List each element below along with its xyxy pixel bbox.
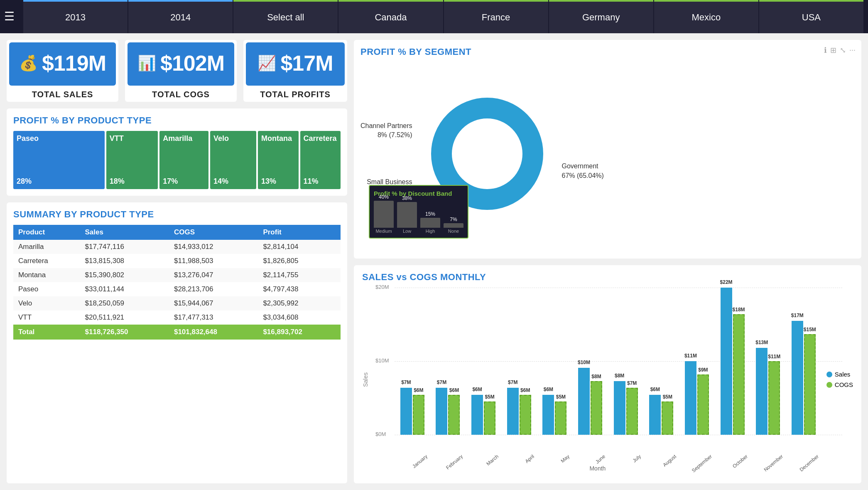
month-label-august: August xyxy=(655,453,677,474)
bar-cogs: $7M xyxy=(626,388,638,435)
tab-usa[interactable]: USA xyxy=(759,0,863,33)
total-profits-value: $17M xyxy=(280,51,333,76)
table-row: Amarilla $17,747,116 $14,933,012 $2,814,… xyxy=(13,240,341,254)
month-group-august: $6M$5M xyxy=(649,288,673,435)
tab-canada[interactable]: Canada xyxy=(338,0,443,33)
table-row: VTT $20,511,921 $17,477,313 $3,034,608 xyxy=(13,310,341,325)
month-group-march: $6M$5M xyxy=(471,288,495,435)
profit-product-panel: PROFIT % BY PRODUCT TYPE Paseo 28% VTT 1… xyxy=(7,108,347,196)
total-sales-label: TOTAL SALES xyxy=(9,87,116,102)
bar-cogs: $5M xyxy=(484,401,495,435)
tab-france[interactable]: France xyxy=(444,0,548,33)
government-label: Government 67% (65.04%) xyxy=(562,162,604,180)
main-content: 💰 $119M TOTAL SALES 📊 $102M TOTAL COGS xyxy=(0,33,868,490)
total-sales-value: $119M xyxy=(42,51,106,76)
total-cogs-label: TOTAL COGS xyxy=(128,87,234,102)
bar-cogs: $8M xyxy=(591,381,602,435)
tab-mexico[interactable]: Mexico xyxy=(654,0,758,33)
kpi-total-profits: 📈 $17M TOTAL PROFITS xyxy=(243,40,347,102)
nav-tabs: 2013 2014 Select all Canada France Germa… xyxy=(23,0,864,33)
product-bar-velo: Velo 14% xyxy=(210,131,256,189)
summary-table: Product Sales COGS Profit Amarilla $17,7… xyxy=(13,225,341,340)
tab-select-all[interactable]: Select all xyxy=(233,0,338,33)
bar-sales: $17M xyxy=(792,321,803,435)
tab-germany[interactable]: Germany xyxy=(549,0,653,33)
left-column: 💰 $119M TOTAL SALES 📊 $102M TOTAL COGS xyxy=(7,40,347,483)
month-label-july: July xyxy=(619,453,642,474)
product-bar-amarilla: Amarilla 17% xyxy=(159,131,208,189)
filter-icon[interactable]: ⊞ xyxy=(830,46,836,55)
expand-icon[interactable]: ⤡ xyxy=(840,46,846,55)
month-label-january: January xyxy=(406,453,429,474)
bar-sales: $7M xyxy=(507,388,519,435)
monthly-title: SALES vs COGS MONTHLY xyxy=(362,272,853,283)
right-column: PROFIT % BY SEGMENT ℹ ⊞ ⤡ ··· Channel Pa… xyxy=(354,40,861,483)
bar-cogs: $5M xyxy=(555,401,566,435)
mini-bar-none: 7% None xyxy=(444,217,463,234)
total-profits-label: TOTAL PROFITS xyxy=(246,87,345,102)
mini-bar-high: 15% High xyxy=(420,211,440,234)
bar-cogs: $18M xyxy=(733,314,745,435)
table-row: Paseo $33,011,144 $28,213,706 $4,797,438 xyxy=(13,282,341,296)
bar-sales: $6M xyxy=(542,395,554,435)
table-row: Montana $15,390,802 $13,276,047 $2,114,7… xyxy=(13,268,341,282)
product-bar-carretera: Carretera 11% xyxy=(300,131,341,189)
table-row: Velo $18,250,059 $15,944,067 $2,305,992 xyxy=(13,296,341,310)
segment-panel-icons: ℹ ⊞ ⤡ ··· xyxy=(824,46,856,55)
mini-bar-medium: 40% Medium xyxy=(374,194,394,234)
tab-2013[interactable]: 2013 xyxy=(23,0,128,33)
col-profit: Profit xyxy=(258,225,341,240)
mini-bars: 40% Medium 38% Low 15% High 7% None xyxy=(374,200,463,234)
bar-sales: $6M xyxy=(471,395,483,435)
mini-bar-low: 38% Low xyxy=(397,195,417,234)
kpi-row: 💰 $119M TOTAL SALES 📊 $102M TOTAL COGS xyxy=(7,40,347,102)
summary-panel: SUMMARY BY PRODUCT TYPE Product Sales CO… xyxy=(7,202,347,483)
tab-2014[interactable]: 2014 xyxy=(128,0,233,33)
summary-title: SUMMARY BY PRODUCT TYPE xyxy=(13,209,341,220)
table-total-row: Total $118,726,350 $101,832,648 $16,893,… xyxy=(13,325,341,340)
profit-product-title: PROFIT % BY PRODUCT TYPE xyxy=(13,115,341,126)
bar-cogs: $6M xyxy=(448,395,460,435)
month-group-november: $13M$11M xyxy=(756,288,780,435)
month-label-march: March xyxy=(477,453,500,474)
bar-sales: $7M xyxy=(436,388,447,435)
col-product: Product xyxy=(13,225,80,240)
x-axis-title: Month xyxy=(589,465,606,472)
cogs-icon: 📊 xyxy=(137,54,156,72)
bar-sales: $13M xyxy=(756,348,767,435)
bar-cogs: $6M xyxy=(520,395,531,435)
bar-cogs: $15M xyxy=(804,334,816,435)
segment-panel: PROFIT % BY SEGMENT ℹ ⊞ ⤡ ··· Channel Pa… xyxy=(354,40,861,259)
bar-sales: $8M xyxy=(614,381,625,435)
month-group-october: $22M$18M xyxy=(721,288,745,435)
col-sales: Sales xyxy=(80,225,169,240)
month-group-january: $7M$6M xyxy=(400,288,424,435)
svg-point-3 xyxy=(454,121,520,187)
product-bar-paseo: Paseo 28% xyxy=(13,131,105,189)
bar-sales: $10M xyxy=(578,368,590,435)
bar-sales: $7M xyxy=(400,388,412,435)
month-label-may: May xyxy=(548,453,571,474)
segment-title: PROFIT % BY SEGMENT xyxy=(360,47,855,57)
bar-cogs: $9M xyxy=(697,374,709,435)
month-label-april: April xyxy=(512,453,535,474)
more-icon[interactable]: ··· xyxy=(849,46,856,55)
month-label-september: September xyxy=(690,453,713,474)
sales-icon: 💰 xyxy=(19,54,38,72)
header: ☰ 2013 2014 Select all Canada France Ger… xyxy=(0,0,868,33)
kpi-total-cogs: 📊 $102M TOTAL COGS xyxy=(125,40,237,102)
month-group-february: $7M$6M xyxy=(436,288,460,435)
col-cogs: COGS xyxy=(169,225,258,240)
month-label-december: December xyxy=(797,453,820,474)
month-group-july: $8M$7M xyxy=(614,288,638,435)
product-bars: Paseo 28% VTT 18% Amarilla 17% Velo 14% … xyxy=(13,131,341,189)
hamburger-icon[interactable]: ☰ xyxy=(4,11,15,22)
bar-sales: $6M xyxy=(649,395,661,435)
table-row: Carretera $13,815,308 $11,988,503 $1,826… xyxy=(13,254,341,268)
bar-sales: $11M xyxy=(685,361,696,435)
month-group-april: $7M$6M xyxy=(507,288,531,435)
month-group-may: $6M$5M xyxy=(542,288,566,435)
month-label-february: February xyxy=(441,453,464,474)
info-icon[interactable]: ℹ xyxy=(824,46,827,55)
bar-cogs: $5M xyxy=(662,401,673,435)
